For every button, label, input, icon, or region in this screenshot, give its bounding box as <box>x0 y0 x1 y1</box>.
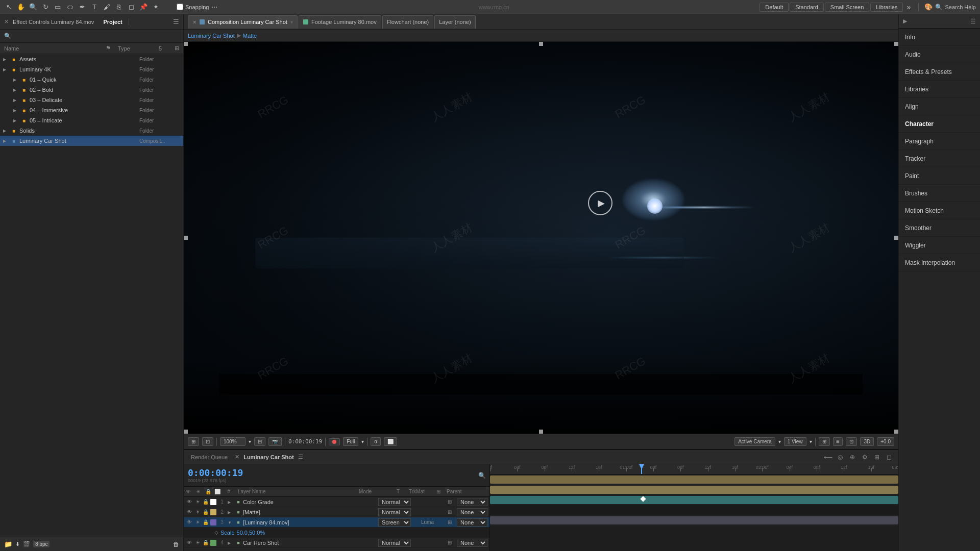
tl-track-bar[interactable] <box>490 475 898 484</box>
breadcrumb-comp[interactable]: Luminary Car Shot <box>188 33 235 39</box>
layer-lock-icon[interactable]: 🔒 <box>202 519 209 526</box>
zoom-tool-icon[interactable]: 🔍 <box>29 3 38 12</box>
eraser-tool-icon[interactable]: ◻ <box>127 3 136 12</box>
trash-icon[interactable]: 🗑 <box>173 541 179 548</box>
tl-layer-row[interactable]: 👁 ☀ 🔒 2 ■ [Matte] Normal Normal Screen M… <box>184 507 489 517</box>
panel-close-icon[interactable]: ✕ <box>4 18 9 25</box>
keyframe-icon[interactable]: ◇ <box>214 530 218 535</box>
hand-tool-icon[interactable]: ✋ <box>16 3 26 12</box>
comp-tab-close-icon[interactable]: ✕ <box>192 19 197 25</box>
workspace-more-icon[interactable]: » <box>904 3 913 12</box>
snap-btn[interactable]: ⊡ <box>846 437 857 446</box>
file-item[interactable]: ■ Luminary 4K Folder <box>0 64 183 74</box>
right-panel-item-paint[interactable]: Paint <box>899 167 980 185</box>
layer-solo-icon[interactable]: ☀ <box>194 509 201 516</box>
pen-tool-icon[interactable]: ✒ <box>78 3 87 12</box>
zoom-button[interactable]: 100% <box>220 437 246 446</box>
comp-tab-options-icon[interactable]: ▾ <box>290 19 293 25</box>
views-dropdown-icon[interactable]: ▾ <box>810 439 812 444</box>
right-panel-item-audio[interactable]: Audio <box>899 46 980 63</box>
layer-color-swatch[interactable] <box>210 519 216 525</box>
tl-track-row[interactable] <box>490 515 898 525</box>
right-panel-item-align[interactable]: Align <box>899 98 980 115</box>
shape-tool-icon[interactable]: ✦ <box>151 3 160 12</box>
tl-search-btn[interactable]: 🔍 <box>474 464 489 486</box>
color-display-btn[interactable] <box>329 438 340 445</box>
tl-tool4-icon[interactable]: ⚙ <box>860 452 870 462</box>
tl-track-row[interactable] <box>490 495 898 505</box>
playhead[interactable] <box>641 464 642 474</box>
layer-expand-icon[interactable] <box>228 499 234 505</box>
right-panel-item-wiggler[interactable]: Wiggler <box>899 237 980 254</box>
puppet-tool-icon[interactable]: 📌 <box>139 3 148 12</box>
tl-layer-row[interactable]: 👁 ☀ 🔒 4 ■ Car Hero Shot Normal Normal Sc… <box>184 538 489 548</box>
tl-track-row[interactable] <box>490 474 898 485</box>
layer-color-swatch[interactable] <box>210 499 216 505</box>
tl-tool1-icon[interactable]: ⟵ <box>823 452 833 462</box>
layer-solo-icon[interactable]: ☀ <box>194 539 201 546</box>
comp-tab-main[interactable]: ✕ Composition Luminary Car Shot ▾ <box>188 15 298 29</box>
fit-button[interactable]: ⊟ <box>254 437 265 446</box>
zoom-dropdown-icon[interactable]: ▾ <box>249 439 251 444</box>
file-item[interactable]: ■ 03 – Delicate Folder <box>0 95 183 105</box>
snapping-checkbox[interactable] <box>177 4 183 10</box>
snapshot-btn[interactable]: 📷 <box>268 437 282 446</box>
layer-lock-icon[interactable]: 🔒 <box>202 498 209 506</box>
layer-mode-select[interactable]: Screen Normal Screen Multiply Overlay <box>378 518 411 527</box>
3d-btn[interactable]: 3D <box>860 437 874 446</box>
panel-menu-icon[interactable]: ☰ <box>173 18 179 26</box>
clone-tool-icon[interactable]: ⎘ <box>114 3 124 12</box>
layer-parent-select[interactable]: None None <box>457 508 487 516</box>
file-item[interactable]: ■ Luminary Car Shot Composit... <box>0 136 183 146</box>
tl-layer-row[interactable]: 👁 ☀ 🔒 3 ■ [Luminary 84.mov] Screen Norma… <box>184 517 489 528</box>
timeline-ruler[interactable]: 0f04f08f12f16f01:00f04f08f12f16f02:00f04… <box>490 464 898 474</box>
tl-layer-row[interactable]: 👁 ☀ 🔒 1 ■ Color Grade Normal Normal Scre… <box>184 497 489 507</box>
scale-value[interactable]: 50.0,50.0% <box>237 530 265 536</box>
layer-link-icon[interactable]: ⊞ <box>448 519 456 525</box>
file-item[interactable]: ■ 02 – Bold Folder <box>0 85 183 95</box>
tl-tool5-icon[interactable]: ⊞ <box>872 452 882 462</box>
layer-solo-icon[interactable]: ☀ <box>194 498 201 506</box>
layer-vis-icon[interactable]: 👁 <box>186 539 193 546</box>
ellipse-mask-tool-icon[interactable]: ⬭ <box>65 3 75 12</box>
right-panel-item-brushes[interactable]: Brushes <box>899 185 980 202</box>
viewer-region-btn[interactable]: ⊞ <box>188 437 199 446</box>
color-picker-icon[interactable]: 🎨 <box>924 3 933 12</box>
alpha-btn[interactable]: α <box>371 437 381 446</box>
layer-lock-icon[interactable]: 🔒 <box>202 539 209 546</box>
quality-dropdown-icon[interactable]: ▾ <box>361 439 364 444</box>
layer-parent-select[interactable]: None None <box>457 498 487 506</box>
right-panel-item-tracker[interactable]: Tracker <box>899 150 980 167</box>
layer-vis-icon[interactable]: 👁 <box>186 498 193 506</box>
grid-btn[interactable]: ⊞ <box>819 437 830 446</box>
rotate-tool-icon[interactable]: ↻ <box>41 3 50 12</box>
bpc-badge[interactable]: 8 bpc <box>33 541 50 547</box>
breadcrumb-matte[interactable]: Matte <box>243 33 257 39</box>
render-queue-btn[interactable]: Render Queue <box>188 454 231 461</box>
play-cursor[interactable]: ▶ <box>588 191 612 215</box>
file-item[interactable]: ■ 04 – Immersive Folder <box>0 105 183 115</box>
project-search-input[interactable] <box>14 33 179 39</box>
right-panel-item-character[interactable]: Character <box>899 115 980 133</box>
file-item[interactable]: ■ 05 – Intricate Folder <box>0 115 183 126</box>
layer-vis-icon[interactable]: 👁 <box>186 519 193 526</box>
viewer-timecode[interactable]: 0:00:00:19 <box>288 438 322 445</box>
views-btn[interactable]: 1 View <box>784 437 806 446</box>
layer-color-swatch[interactable] <box>210 540 216 546</box>
offset-btn[interactable]: +0.0 <box>877 437 894 446</box>
right-panel-item-paragraph[interactable]: Paragraph <box>899 133 980 150</box>
layer-parent-select[interactable]: None None <box>457 539 487 547</box>
layer-solo-icon[interactable]: ☀ <box>194 519 201 526</box>
layer-mode-select[interactable]: Normal Normal Screen Multiply Overlay <box>378 498 411 506</box>
workspace-default-btn[interactable]: Default <box>760 3 789 12</box>
layer-color-swatch[interactable] <box>210 509 216 515</box>
file-item[interactable]: ■ Assets Folder <box>0 54 183 64</box>
layer-mode-select[interactable]: Normal Normal Screen Multiply Overlay <box>378 508 411 516</box>
workspace-libraries-btn[interactable]: Libraries <box>870 3 903 12</box>
layer-expand-icon[interactable] <box>228 510 234 515</box>
select-tool-icon[interactable]: ↖ <box>4 3 13 12</box>
layer-tab[interactable]: Layer (none) <box>434 15 475 29</box>
right-panel-item-info[interactable]: Info <box>899 29 980 46</box>
quality-btn[interactable]: Full <box>343 437 358 446</box>
file-item[interactable]: ■ Solids Folder <box>0 126 183 136</box>
